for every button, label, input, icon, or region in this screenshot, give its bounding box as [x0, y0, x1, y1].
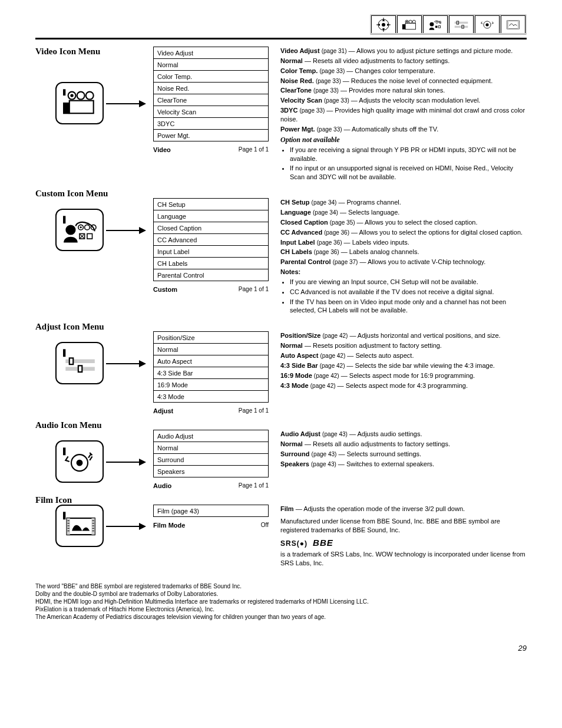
adjust-heading: Adjust Icon Menu	[35, 322, 104, 332]
svg-point-22	[485, 23, 488, 26]
bbe-notice: Manufactured under license from BBE Soun…	[280, 517, 527, 535]
svg-rect-13	[435, 25, 437, 27]
svg-point-32	[70, 94, 73, 97]
svg-rect-25	[518, 21, 520, 29]
custom-icon	[55, 209, 104, 251]
custom-desc-list: CH Setup (page 34) — Programs channel. L…	[280, 198, 527, 266]
svg-marker-3	[382, 28, 385, 31]
svg-point-9	[409, 20, 412, 23]
table-footer-text: Page 1 of 1	[239, 286, 269, 292]
svg-point-10	[412, 20, 415, 23]
adjust-menu-table: Position/Size Normal Auto Aspect 4:3 Sid…	[153, 331, 269, 403]
table-footer-label: Audio	[153, 482, 171, 489]
note-text: If you are viewing an Input source, CH S…	[290, 278, 527, 286]
trademark-block: The word "BBE" and BBE symbol are regist…	[35, 583, 527, 620]
table-footer-label: Custom	[153, 286, 177, 293]
tab-strip	[370, 14, 527, 35]
table-footer-text: Off	[261, 522, 269, 528]
svg-rect-28	[63, 89, 65, 95]
audio-menu-table: Audio Adjust Normal Surround Speakers	[153, 430, 269, 477]
adjust-icon	[55, 342, 104, 384]
audio-desc-list: Audio Adjust (page 43) — Adjusts audio s…	[280, 430, 527, 468]
menu-item: CH Labels	[154, 258, 269, 269]
svg-marker-4	[378, 24, 380, 26]
menu-item: 16:9 Mode	[154, 379, 269, 391]
menu-item: Power Mgt.	[154, 130, 269, 141]
arrow-icon	[106, 101, 147, 107]
tm-text: HDMI, the HDMI logo and High-Definition …	[35, 598, 527, 605]
srs-logo-icon: SRS(●)	[280, 539, 308, 548]
menu-item: 3DYC	[154, 118, 269, 130]
svg-rect-33	[63, 216, 65, 223]
tab-audio-icon	[475, 15, 500, 33]
menu-item: Auto Aspect	[154, 355, 269, 367]
video-heading: Video Icon Menu	[35, 47, 100, 57]
video-icon	[55, 82, 104, 124]
film-icon	[55, 505, 104, 547]
adjust-desc-list: Position/Size (page 42) — Adjusts horizo…	[280, 331, 527, 390]
arrow-icon	[106, 228, 147, 233]
arrow-icon	[106, 523, 147, 529]
svg-rect-7	[405, 23, 415, 29]
custom-heading: Custom Icon Menu	[35, 189, 108, 199]
svg-point-36	[80, 226, 82, 228]
table-footer-text: Page 1 of 1	[239, 482, 269, 489]
menu-item: Input Label	[154, 246, 269, 258]
svg-rect-43	[70, 358, 73, 365]
table-footer-label: Film Mode	[153, 522, 185, 529]
svg-point-1	[382, 23, 385, 27]
svg-rect-45	[78, 366, 82, 373]
svg-point-11	[406, 21, 408, 22]
menu-item: Language	[154, 210, 269, 222]
menu-item: Surround	[154, 454, 269, 466]
menu-item: Noise Red.	[154, 83, 269, 94]
tm-text: Dolby and the double-D symbol are tradem…	[35, 591, 527, 597]
tm-text: PixElation is a trademark of Hitachi Hom…	[35, 606, 527, 612]
menu-item: Audio Adjust	[154, 430, 269, 442]
svg-marker-5	[387, 24, 389, 26]
svg-point-48	[77, 460, 83, 466]
svg-point-31	[86, 92, 94, 100]
svg-rect-19	[455, 25, 468, 27]
menu-item: ClearTone	[154, 94, 269, 106]
svg-rect-24	[507, 21, 509, 29]
svg-rect-46	[63, 448, 65, 456]
menu-item: Parental Control	[154, 269, 269, 281]
svg-rect-6	[402, 24, 405, 29]
note-text: If no input or an unsupported signal is …	[290, 164, 527, 182]
table-footer-label: Adjust	[153, 407, 173, 414]
film-desc-head: Film	[280, 505, 294, 512]
srs-line: SRS(●) BBE	[280, 537, 527, 549]
film-desc-body: — Adjusts the operation mode of the inve…	[296, 505, 465, 512]
menu-item: Speakers	[154, 466, 269, 477]
svg-rect-41	[63, 350, 65, 357]
video-menu-table: Video Adjust Normal Color Temp. Noise Re…	[153, 47, 269, 141]
section-video: Video Icon Menu Video Adjus	[35, 47, 527, 183]
svg-rect-14	[438, 25, 440, 27]
audio-heading: Audio Icon Menu	[35, 420, 102, 430]
tm-text: The American Academy of Pediatrics disco…	[35, 614, 527, 620]
menu-item: Normal	[154, 59, 269, 71]
menu-item: Film (page 43)	[154, 505, 269, 517]
table-footer-text: Page 1 of 1	[239, 146, 269, 153]
menu-item: Position/Size	[154, 332, 269, 344]
note-text: CC Advanced is not available if the TV d…	[290, 288, 527, 297]
svg-rect-49	[63, 512, 65, 520]
menu-item: Velocity Scan	[154, 106, 269, 118]
srs-notice: is a trademark of SRS Labs, Inc. WOW tec…	[280, 550, 527, 568]
custom-menu-table: CH Setup Language Closed Caption CC Adva…	[153, 198, 269, 281]
svg-point-12	[429, 22, 434, 26]
section-custom: Custom Icon Menu	[35, 198, 527, 316]
menu-item: Normal	[154, 344, 269, 355]
note-text: If you are receiving a signal through Y …	[290, 146, 527, 163]
menu-item: Closed Caption	[154, 222, 269, 234]
tab-video-icon	[397, 15, 422, 33]
table-footer-label: Video	[153, 146, 171, 153]
table-footer-text: Page 1 of 1	[239, 407, 269, 414]
film-menu-table: Film (page 43)	[153, 505, 269, 517]
svg-point-15	[436, 21, 438, 22]
menu-item: 4:3 Mode	[154, 391, 269, 403]
svg-marker-2	[382, 19, 385, 21]
bbe-logo-icon: BBE	[313, 538, 333, 548]
arrow-icon	[106, 459, 147, 465]
